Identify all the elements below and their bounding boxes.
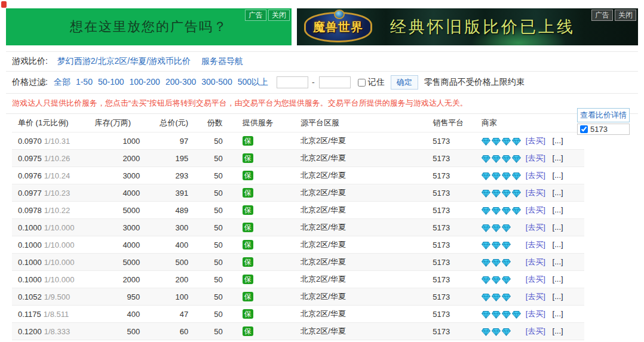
more-link[interactable]: [...] [553, 205, 563, 214]
unit-price: 0.0975 [18, 154, 42, 163]
wow-logo: 魔兽世界 [304, 12, 372, 42]
shares-value: 50 [193, 254, 226, 271]
filter-option[interactable]: 1-50 [76, 77, 93, 87]
diamond-icon [492, 294, 501, 301]
total-price-value: 97 [145, 133, 193, 150]
more-link[interactable]: [...] [553, 292, 563, 301]
stock-value: 400 [93, 306, 145, 323]
table-row: 0.09771/10.23 4000 391 50 保 北京2区/华夏 5173… [12, 184, 584, 202]
close-ad-button[interactable]: 关闭 [615, 10, 636, 21]
shares-value: 50 [193, 271, 226, 288]
table-row: 0.09761/10.24 3000 293 50 保 北京2区/华夏 5173… [12, 167, 584, 184]
price-min-input[interactable] [277, 76, 308, 88]
shares-value: 50 [193, 167, 226, 184]
price-ratio: 1/10.000 [44, 223, 75, 232]
more-link[interactable]: [...] [553, 257, 563, 266]
more-link[interactable]: [...] [553, 136, 563, 145]
platform-5173-checkbox[interactable] [580, 125, 588, 133]
unit-price: 0.0976 [18, 171, 42, 180]
stock-value: 5000 [93, 202, 145, 219]
guarantee-badge: 保 [243, 171, 253, 180]
price-max-input[interactable] [319, 76, 351, 88]
buy-link[interactable]: [去买] [526, 275, 545, 284]
total-price-value: 400 [145, 236, 193, 254]
guarantee-badge: 保 [243, 136, 253, 146]
filter-option[interactable]: 全部 [54, 77, 70, 87]
server-nav-link[interactable]: 服务器导航 [201, 56, 243, 66]
more-link[interactable]: [...] [553, 223, 563, 232]
price-ratio: 1/10.000 [44, 241, 75, 249]
buy-link[interactable]: [去买] [526, 188, 545, 197]
shares-value: 50 [193, 236, 226, 254]
shares-value: 50 [193, 323, 226, 340]
stock-value: 4000 [93, 236, 145, 254]
remember-checkbox[interactable] [358, 79, 366, 87]
more-link[interactable]: [...] [553, 309, 563, 318]
more-link[interactable]: [...] [553, 275, 563, 284]
filter-option[interactable]: 50-100 [98, 77, 124, 87]
buy-link[interactable]: [去买] [526, 292, 545, 301]
more-link[interactable]: [...] [553, 188, 563, 197]
more-link[interactable]: [...] [553, 153, 563, 162]
table-row: 0.09701/10.31 1000 97 50 保 北京2区/华夏 5173 … [12, 133, 584, 150]
shares-value: 50 [193, 306, 226, 323]
buy-link[interactable]: [去买] [526, 171, 545, 180]
diamond-icon [512, 138, 521, 146]
table-row: 0.09781/10.22 5000 489 50 保 北京2区/华夏 5173… [12, 202, 584, 219]
buy-link[interactable]: [去买] [526, 257, 545, 266]
buy-link[interactable]: [去买] [526, 205, 545, 214]
sales-platform-value: 5173 [425, 271, 477, 288]
seller-rating-diamonds [482, 241, 523, 249]
confirm-button[interactable]: 确定 [391, 75, 418, 90]
diamond-icon [512, 207, 521, 215]
guarantee-badge: 保 [243, 257, 253, 267]
close-ad-button[interactable]: 关闭 [268, 10, 290, 21]
compare-sidebar: 查看比价详情 5173 [577, 108, 630, 135]
buy-link[interactable]: [去买] [526, 136, 545, 145]
diamond-icon [492, 276, 501, 284]
filter-option[interactable]: 200-300 [165, 77, 196, 87]
filter-option[interactable]: 300-500 [201, 77, 232, 87]
column-header: 库存(万两) [93, 114, 145, 133]
table-row: 0.09751/10.26 2000 195 50 保 北京2区/华夏 5173… [12, 150, 584, 167]
diamond-icon [512, 155, 521, 163]
diamond-icon [502, 276, 511, 284]
stock-value: 3000 [93, 167, 145, 184]
more-link[interactable]: [...] [553, 326, 563, 335]
buy-link[interactable]: [去买] [526, 240, 545, 249]
buy-link[interactable]: [去买] [526, 223, 545, 232]
price-ratio: 1/10.26 [44, 154, 70, 163]
buy-link[interactable]: [去买] [526, 309, 545, 318]
server-value: 北京2区/华夏 [296, 133, 425, 150]
wow-ad-headline: 经典怀旧版比价已上线 [390, 16, 575, 38]
more-link[interactable]: [...] [553, 171, 563, 180]
view-detail-button[interactable]: 查看比价详情 [577, 108, 630, 122]
stock-value: 4000 [93, 184, 145, 202]
ad-label-button[interactable]: 广告 [245, 10, 266, 21]
range-separator: - [312, 78, 315, 87]
sales-platform-value: 5173 [425, 167, 477, 184]
ad-label-button[interactable]: 广告 [591, 10, 613, 21]
filter-option[interactable]: 500以上 [238, 77, 268, 87]
game-path-link[interactable]: 梦幻西游2/北京2区/华夏/游戏币比价 [57, 56, 191, 66]
platform-filter-5173[interactable]: 5173 [577, 124, 630, 135]
seller-rating-diamonds [482, 327, 523, 336]
guarantee-badge: 保 [243, 326, 253, 336]
buy-link[interactable]: [去买] [526, 153, 545, 162]
filter-option[interactable]: 100-200 [130, 77, 160, 87]
diamond-icon [492, 328, 501, 336]
diamond-icon [512, 311, 521, 319]
total-price-value: 47 [145, 306, 193, 323]
server-value: 北京2区/华夏 [296, 184, 425, 202]
diamond-icon [482, 259, 490, 267]
left-ad-banner[interactable]: 想在这里放您的广告吗？ 广告 关闭 [6, 8, 292, 45]
wow-ad-banner[interactable]: 魔兽世界 经典怀旧版比价已上线 广告 关闭 [297, 8, 638, 45]
sales-platform-value: 5173 [425, 323, 477, 340]
more-link[interactable]: [...] [553, 240, 563, 249]
column-header: 提供服务 [226, 114, 296, 133]
table-row: 0.10001/10.000 5000 500 50 保 北京2区/华夏 517… [12, 254, 584, 271]
column-header: 单价 (1元比例) [12, 114, 93, 133]
price-ratio: 1/10.000 [44, 275, 75, 284]
unit-price: 0.1000 [18, 258, 42, 267]
buy-link[interactable]: [去买] [526, 326, 545, 335]
